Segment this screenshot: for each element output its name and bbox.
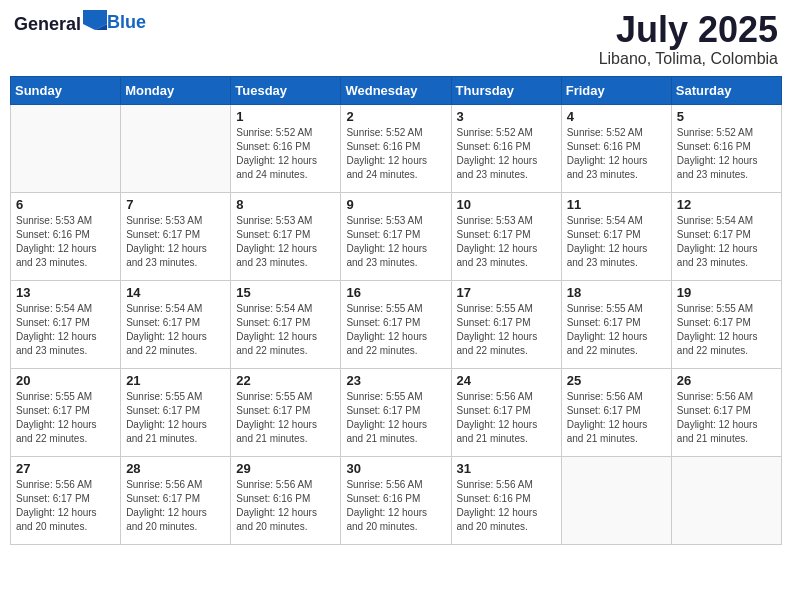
day-info: Sunrise: 5:53 AM Sunset: 6:17 PM Dayligh… — [126, 214, 225, 270]
calendar-cell: 7Sunrise: 5:53 AM Sunset: 6:17 PM Daylig… — [121, 192, 231, 280]
calendar-cell — [671, 456, 781, 544]
day-info: Sunrise: 5:55 AM Sunset: 6:17 PM Dayligh… — [567, 302, 666, 358]
day-number: 17 — [457, 285, 556, 300]
logo: General Blue — [14, 10, 146, 35]
location-subtitle: Libano, Tolima, Colombia — [599, 50, 778, 68]
day-number: 13 — [16, 285, 115, 300]
calendar-cell: 6Sunrise: 5:53 AM Sunset: 6:16 PM Daylig… — [11, 192, 121, 280]
day-number: 6 — [16, 197, 115, 212]
day-of-week-header: Sunday — [11, 76, 121, 104]
day-number: 5 — [677, 109, 776, 124]
day-number: 2 — [346, 109, 445, 124]
day-info: Sunrise: 5:55 AM Sunset: 6:17 PM Dayligh… — [346, 302, 445, 358]
day-number: 1 — [236, 109, 335, 124]
calendar-cell: 26Sunrise: 5:56 AM Sunset: 6:17 PM Dayli… — [671, 368, 781, 456]
calendar-cell: 24Sunrise: 5:56 AM Sunset: 6:17 PM Dayli… — [451, 368, 561, 456]
day-number: 18 — [567, 285, 666, 300]
calendar-cell: 21Sunrise: 5:55 AM Sunset: 6:17 PM Dayli… — [121, 368, 231, 456]
calendar-cell: 2Sunrise: 5:52 AM Sunset: 6:16 PM Daylig… — [341, 104, 451, 192]
calendar-table: SundayMondayTuesdayWednesdayThursdayFrid… — [10, 76, 782, 545]
day-number: 23 — [346, 373, 445, 388]
day-info: Sunrise: 5:54 AM Sunset: 6:17 PM Dayligh… — [236, 302, 335, 358]
day-number: 11 — [567, 197, 666, 212]
calendar-cell: 4Sunrise: 5:52 AM Sunset: 6:16 PM Daylig… — [561, 104, 671, 192]
calendar-week-row: 20Sunrise: 5:55 AM Sunset: 6:17 PM Dayli… — [11, 368, 782, 456]
calendar-week-row: 6Sunrise: 5:53 AM Sunset: 6:16 PM Daylig… — [11, 192, 782, 280]
day-info: Sunrise: 5:53 AM Sunset: 6:17 PM Dayligh… — [457, 214, 556, 270]
calendar-cell: 22Sunrise: 5:55 AM Sunset: 6:17 PM Dayli… — [231, 368, 341, 456]
day-number: 24 — [457, 373, 556, 388]
calendar-week-row: 27Sunrise: 5:56 AM Sunset: 6:17 PM Dayli… — [11, 456, 782, 544]
calendar-cell: 12Sunrise: 5:54 AM Sunset: 6:17 PM Dayli… — [671, 192, 781, 280]
day-number: 10 — [457, 197, 556, 212]
calendar-cell: 1Sunrise: 5:52 AM Sunset: 6:16 PM Daylig… — [231, 104, 341, 192]
logo-blue: Blue — [107, 12, 146, 33]
calendar-cell — [561, 456, 671, 544]
day-info: Sunrise: 5:56 AM Sunset: 6:16 PM Dayligh… — [346, 478, 445, 534]
calendar-cell: 17Sunrise: 5:55 AM Sunset: 6:17 PM Dayli… — [451, 280, 561, 368]
calendar-cell: 3Sunrise: 5:52 AM Sunset: 6:16 PM Daylig… — [451, 104, 561, 192]
logo-icon — [83, 10, 107, 30]
calendar-cell — [121, 104, 231, 192]
day-info: Sunrise: 5:52 AM Sunset: 6:16 PM Dayligh… — [567, 126, 666, 182]
title-block: July 2025 Libano, Tolima, Colombia — [599, 10, 778, 68]
day-number: 27 — [16, 461, 115, 476]
day-info: Sunrise: 5:54 AM Sunset: 6:17 PM Dayligh… — [677, 214, 776, 270]
day-info: Sunrise: 5:53 AM Sunset: 6:17 PM Dayligh… — [346, 214, 445, 270]
calendar-cell: 18Sunrise: 5:55 AM Sunset: 6:17 PM Dayli… — [561, 280, 671, 368]
calendar-cell: 28Sunrise: 5:56 AM Sunset: 6:17 PM Dayli… — [121, 456, 231, 544]
calendar-cell: 13Sunrise: 5:54 AM Sunset: 6:17 PM Dayli… — [11, 280, 121, 368]
calendar-cell: 23Sunrise: 5:55 AM Sunset: 6:17 PM Dayli… — [341, 368, 451, 456]
day-info: Sunrise: 5:56 AM Sunset: 6:17 PM Dayligh… — [16, 478, 115, 534]
day-info: Sunrise: 5:55 AM Sunset: 6:17 PM Dayligh… — [346, 390, 445, 446]
day-number: 21 — [126, 373, 225, 388]
calendar-cell: 11Sunrise: 5:54 AM Sunset: 6:17 PM Dayli… — [561, 192, 671, 280]
calendar-cell: 31Sunrise: 5:56 AM Sunset: 6:16 PM Dayli… — [451, 456, 561, 544]
calendar-cell: 14Sunrise: 5:54 AM Sunset: 6:17 PM Dayli… — [121, 280, 231, 368]
calendar-week-row: 1Sunrise: 5:52 AM Sunset: 6:16 PM Daylig… — [11, 104, 782, 192]
day-info: Sunrise: 5:56 AM Sunset: 6:17 PM Dayligh… — [457, 390, 556, 446]
calendar-cell: 8Sunrise: 5:53 AM Sunset: 6:17 PM Daylig… — [231, 192, 341, 280]
day-of-week-header: Wednesday — [341, 76, 451, 104]
day-number: 31 — [457, 461, 556, 476]
day-of-week-header: Saturday — [671, 76, 781, 104]
day-number: 20 — [16, 373, 115, 388]
day-of-week-header: Friday — [561, 76, 671, 104]
day-info: Sunrise: 5:55 AM Sunset: 6:17 PM Dayligh… — [126, 390, 225, 446]
calendar-cell: 19Sunrise: 5:55 AM Sunset: 6:17 PM Dayli… — [671, 280, 781, 368]
day-info: Sunrise: 5:53 AM Sunset: 6:17 PM Dayligh… — [236, 214, 335, 270]
day-number: 22 — [236, 373, 335, 388]
day-number: 28 — [126, 461, 225, 476]
day-info: Sunrise: 5:56 AM Sunset: 6:17 PM Dayligh… — [126, 478, 225, 534]
day-number: 15 — [236, 285, 335, 300]
calendar-cell: 9Sunrise: 5:53 AM Sunset: 6:17 PM Daylig… — [341, 192, 451, 280]
day-number: 12 — [677, 197, 776, 212]
calendar-week-row: 13Sunrise: 5:54 AM Sunset: 6:17 PM Dayli… — [11, 280, 782, 368]
calendar-cell: 15Sunrise: 5:54 AM Sunset: 6:17 PM Dayli… — [231, 280, 341, 368]
day-number: 4 — [567, 109, 666, 124]
calendar-cell — [11, 104, 121, 192]
day-info: Sunrise: 5:55 AM Sunset: 6:17 PM Dayligh… — [236, 390, 335, 446]
day-info: Sunrise: 5:55 AM Sunset: 6:17 PM Dayligh… — [16, 390, 115, 446]
day-info: Sunrise: 5:52 AM Sunset: 6:16 PM Dayligh… — [677, 126, 776, 182]
day-number: 7 — [126, 197, 225, 212]
day-info: Sunrise: 5:56 AM Sunset: 6:16 PM Dayligh… — [236, 478, 335, 534]
day-info: Sunrise: 5:56 AM Sunset: 6:16 PM Dayligh… — [457, 478, 556, 534]
day-number: 25 — [567, 373, 666, 388]
day-info: Sunrise: 5:52 AM Sunset: 6:16 PM Dayligh… — [236, 126, 335, 182]
calendar-header-row: SundayMondayTuesdayWednesdayThursdayFrid… — [11, 76, 782, 104]
day-number: 16 — [346, 285, 445, 300]
day-info: Sunrise: 5:55 AM Sunset: 6:17 PM Dayligh… — [457, 302, 556, 358]
day-info: Sunrise: 5:55 AM Sunset: 6:17 PM Dayligh… — [677, 302, 776, 358]
calendar-cell: 10Sunrise: 5:53 AM Sunset: 6:17 PM Dayli… — [451, 192, 561, 280]
day-info: Sunrise: 5:52 AM Sunset: 6:16 PM Dayligh… — [457, 126, 556, 182]
calendar-cell: 27Sunrise: 5:56 AM Sunset: 6:17 PM Dayli… — [11, 456, 121, 544]
day-number: 14 — [126, 285, 225, 300]
calendar-cell: 20Sunrise: 5:55 AM Sunset: 6:17 PM Dayli… — [11, 368, 121, 456]
day-info: Sunrise: 5:54 AM Sunset: 6:17 PM Dayligh… — [126, 302, 225, 358]
calendar-cell: 5Sunrise: 5:52 AM Sunset: 6:16 PM Daylig… — [671, 104, 781, 192]
day-info: Sunrise: 5:54 AM Sunset: 6:17 PM Dayligh… — [567, 214, 666, 270]
day-number: 26 — [677, 373, 776, 388]
logo-general: General — [14, 14, 81, 34]
calendar-cell: 29Sunrise: 5:56 AM Sunset: 6:16 PM Dayli… — [231, 456, 341, 544]
